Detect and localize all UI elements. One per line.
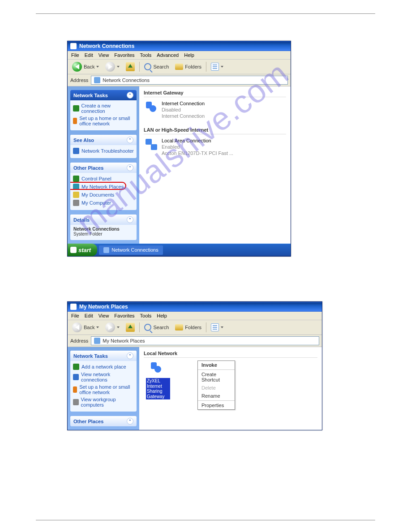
start-label: start (78, 247, 91, 253)
task-label: View network connections (81, 372, 134, 382)
item-lan[interactable]: Local Area Connection Enabled Accton EN1… (144, 137, 286, 157)
menu-edit[interactable]: Edit (85, 52, 93, 58)
other-my-documents[interactable]: My Documents (73, 191, 134, 199)
chevron-down-icon (117, 66, 120, 68)
task-view-connections[interactable]: View network connections (73, 371, 134, 383)
ctx-invoke[interactable]: Invoke (198, 361, 235, 369)
task-view-workgroup[interactable]: View workgroup computers (73, 396, 134, 408)
search-label: Search (153, 325, 169, 330)
other-control-panel[interactable]: Control Panel (73, 175, 134, 183)
ctx-properties[interactable]: Properties (198, 401, 235, 409)
panel-header[interactable]: Other Places ⌃ (70, 163, 137, 173)
task-setup-network[interactable]: Set up a home or small office network (73, 383, 134, 396)
ctx-create-shortcut[interactable]: Create Shortcut (198, 370, 235, 384)
item-internet-connection[interactable]: Internet Connection Disabled Internet Co… (144, 100, 286, 120)
item-gateway[interactable]: ZyXEL Internet Sharing Gateway (144, 360, 172, 400)
menu-tools[interactable]: Tools (140, 313, 152, 318)
panel-other-places: Other Places ⌃ (70, 416, 137, 426)
window-network-connections: Network Connections File Edit View Favor… (67, 41, 291, 257)
taskbar: start Network Connections (68, 244, 291, 256)
item-label: ZyXEL Internet Sharing Gateway (146, 378, 170, 399)
address-input[interactable]: My Network Places (91, 336, 319, 345)
menu-view[interactable]: View (98, 52, 109, 58)
back-button[interactable]: Back (70, 61, 101, 72)
task-label: Create a new connection (81, 103, 134, 114)
titlebar[interactable]: My Network Places (68, 302, 322, 312)
panel-header[interactable]: Details ⌃ (70, 215, 137, 225)
details-sub: System Folder (73, 232, 102, 236)
ctx-delete: Delete (198, 384, 235, 392)
chevron-down-icon (96, 326, 99, 328)
collapse-icon[interactable]: ⌃ (127, 418, 133, 425)
views-button[interactable] (209, 62, 225, 71)
sidebar: Network Tasks ⌃ Create a new connection … (68, 86, 139, 244)
other-my-computer[interactable]: My Computer (73, 199, 134, 207)
link-label: Control Panel (81, 176, 111, 181)
collapse-icon[interactable]: ⌃ (127, 352, 133, 359)
back-icon (72, 62, 82, 72)
window-title: Network Connections (79, 43, 134, 49)
collapse-icon[interactable]: ⌃ (127, 92, 133, 99)
ctx-rename[interactable]: Rename (198, 392, 235, 400)
address-value: My Network Places (103, 338, 145, 343)
menu-view[interactable]: View (98, 313, 109, 318)
item-name: Local Area Connection (162, 138, 233, 144)
forward-button[interactable] (103, 322, 121, 333)
menu-edit[interactable]: Edit (85, 313, 93, 318)
task-create-connection[interactable]: Create a new connection (73, 102, 134, 115)
menu-favorites[interactable]: Favorites (114, 52, 134, 58)
folders-button[interactable]: Folders (173, 63, 203, 70)
panel-header[interactable]: Network Tasks ⌃ (70, 351, 137, 361)
gateway-icon (145, 101, 158, 114)
chevron-down-icon (221, 66, 223, 68)
menu-favorites[interactable]: Favorites (114, 313, 134, 318)
collapse-icon[interactable]: ⌃ (127, 137, 133, 143)
separator (139, 322, 140, 332)
address-input[interactable]: Network Connections (91, 76, 288, 85)
titlebar[interactable]: Network Connections (68, 41, 291, 51)
search-button[interactable]: Search (142, 63, 171, 71)
context-menu: Invoke Create Shortcut Delete Rename Pro… (197, 360, 235, 410)
up-button[interactable] (124, 322, 137, 332)
panel-header[interactable]: Network Tasks ⌃ (70, 90, 137, 100)
start-button[interactable]: start (68, 244, 97, 256)
content-area: Local Network ZyXEL Internet Sharing Gat… (139, 347, 322, 430)
taskbar-button[interactable]: Network Connections (99, 245, 163, 255)
collapse-icon[interactable]: ⌃ (127, 164, 133, 171)
folder-icon (175, 64, 183, 70)
views-button[interactable] (209, 323, 225, 332)
task-add-place[interactable]: Add a network place (73, 363, 134, 371)
back-label: Back (84, 325, 94, 330)
title-icon (70, 43, 77, 49)
window-title: My Network Places (79, 304, 128, 310)
network-places-icon (94, 338, 100, 344)
menu-help[interactable]: Help (184, 52, 194, 58)
item-sub: Accton EN1207D-TX PCI Fast ... (162, 150, 233, 157)
views-icon (211, 63, 219, 71)
back-button[interactable]: Back (70, 322, 101, 333)
forward-icon (105, 62, 115, 72)
task-label: Set up a home or small office network (79, 116, 134, 126)
menu-tools[interactable]: Tools (140, 52, 152, 58)
folders-button[interactable]: Folders (173, 324, 203, 331)
up-button[interactable] (124, 62, 137, 72)
panel-title: Other Places (73, 165, 103, 171)
toolbar: Back Search Folders (68, 60, 291, 74)
menu-file[interactable]: File (71, 52, 79, 58)
menu-advanced[interactable]: Advanced (157, 52, 179, 58)
forward-button[interactable] (103, 61, 121, 72)
panel-header[interactable]: Other Places ⌃ (70, 416, 137, 426)
task-label: Set up a home or small office network (79, 384, 134, 395)
search-button[interactable]: Search (142, 323, 171, 331)
other-my-network-places[interactable]: My Network Places (73, 183, 134, 191)
seealso-troubleshooter[interactable]: Network Troubleshooter (73, 147, 134, 155)
panel-details: Details ⌃ Network Connections System Fol… (70, 215, 137, 240)
menu-file[interactable]: File (71, 313, 79, 318)
network-icon (73, 374, 79, 380)
title-icon (70, 304, 77, 310)
search-icon (144, 324, 151, 331)
menu-help[interactable]: Help (157, 313, 167, 318)
task-setup-network[interactable]: Set up a home or small office network (73, 115, 134, 127)
collapse-icon[interactable]: ⌃ (127, 216, 133, 223)
panel-header[interactable]: See Also ⌃ (70, 135, 137, 145)
